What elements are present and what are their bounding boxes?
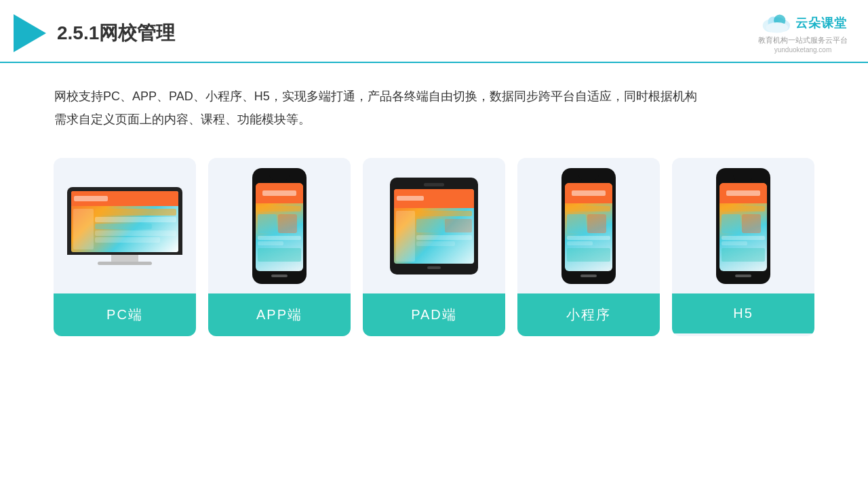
header: 2.5.1网校管理 云朵课堂 教育机构一站式服务云平台 yunduoketang… [0, 0, 868, 63]
miniprogram-phone-mockup [561, 168, 616, 284]
card-miniprogram-label: 小程序 [517, 293, 660, 336]
card-pad-image [363, 158, 505, 293]
card-pc-label: PC端 [54, 293, 196, 336]
logo-name: 云朵课堂 [795, 15, 847, 31]
card-pc: PC端 [54, 158, 196, 336]
logo-url: yunduoketang.com [774, 46, 832, 54]
card-h5-label: H5 [672, 293, 814, 333]
card-miniprogram-image [517, 158, 660, 293]
svg-point-5 [766, 22, 789, 33]
company-logo: 云朵课堂 教育机构一站式服务云平台 yunduoketang.com [758, 12, 848, 54]
cards-container: PC端 [0, 144, 868, 350]
cloud-icon [759, 12, 791, 34]
card-pad-label: PAD端 [363, 293, 505, 336]
pad-tablet-mockup [390, 178, 478, 274]
card-pad: PAD端 [363, 158, 505, 336]
page-title: 2.5.1网校管理 [57, 20, 175, 46]
card-pc-image [54, 158, 196, 293]
description-section: 网校支持PC、APP、PAD、小程序、H5，实现多端打通，产品各终端自由切换，数… [0, 63, 868, 144]
brand-triangle-icon [14, 14, 46, 52]
header-left: 2.5.1网校管理 [14, 14, 175, 52]
card-miniprogram: 小程序 [517, 158, 660, 336]
card-h5-image [672, 158, 814, 293]
card-app-label: APP端 [208, 293, 351, 336]
app-phone-mockup [252, 168, 307, 284]
description-text: 网校支持PC、APP、PAD、小程序、H5，实现多端打通，产品各终端自由切换，数… [54, 85, 814, 131]
cloud-logo-container: 云朵课堂 [759, 12, 847, 34]
card-app: APP端 [208, 158, 351, 336]
card-h5: H5 [672, 158, 814, 336]
card-app-image [208, 158, 351, 293]
pc-mockup [67, 187, 182, 265]
h5-phone-mockup [716, 168, 770, 284]
logo-tagline: 教育机构一站式服务云平台 [758, 35, 848, 45]
